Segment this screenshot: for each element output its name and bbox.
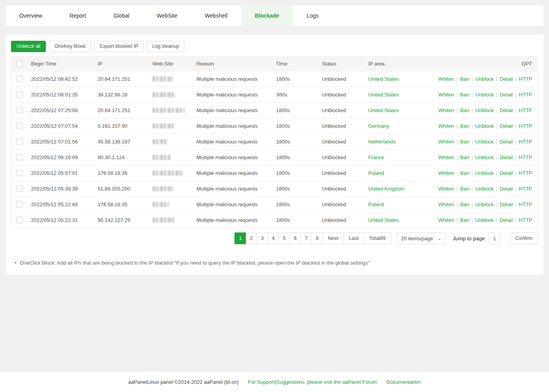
cell-ip: 176.58.18.35 — [92, 196, 147, 212]
tab-blockade[interactable]: Blockade — [241, 5, 293, 26]
footer-docs-link[interactable]: Documentation — [387, 379, 421, 385]
ban-link[interactable]: Ban — [460, 217, 469, 223]
unblock-link[interactable]: Unblock — [475, 201, 494, 207]
row-checkbox[interactable] — [16, 185, 23, 192]
row-checkbox[interactable] — [16, 170, 23, 176]
http-link[interactable]: HTTP — [519, 201, 532, 207]
detail-link[interactable]: Detail — [500, 123, 513, 129]
http-link[interactable]: HTTP — [519, 76, 532, 82]
http-link[interactable]: HTTP — [519, 139, 532, 145]
ban-link[interactable]: Ban — [460, 123, 469, 129]
export-blocked-ip-button[interactable]: Export blocked IP — [94, 41, 144, 52]
detail-link[interactable]: Detail — [500, 76, 513, 82]
http-link[interactable]: HTTP — [519, 154, 532, 160]
log-cleanup-button[interactable]: Log cleanup — [147, 41, 184, 52]
ban-link[interactable]: Ban — [460, 186, 469, 192]
last-page-button[interactable]: Last — [344, 232, 364, 244]
whiten-link[interactable]: Whiten — [438, 154, 454, 160]
unblock-link[interactable]: Unblock — [475, 217, 494, 223]
tab-global[interactable]: Global — [100, 5, 143, 26]
whiten-link[interactable]: Whiten — [438, 201, 454, 207]
tab-webshell[interactable]: Webshell — [191, 5, 241, 26]
whiten-link[interactable]: Whiten — [438, 217, 454, 223]
next-page-button[interactable]: Next — [322, 232, 344, 244]
tab-website[interactable]: WebSite — [143, 5, 191, 26]
ban-link[interactable]: Ban — [460, 76, 469, 82]
page-button-4[interactable]: 4 — [267, 232, 279, 244]
row-checkbox[interactable] — [16, 217, 23, 223]
detail-link[interactable]: Detail — [500, 217, 513, 223]
action-separator: | — [496, 201, 497, 207]
cell-begin-time: 2022/05/12 08:42:52 — [25, 71, 92, 87]
row-checkbox[interactable] — [16, 138, 23, 145]
row-checkbox[interactable] — [16, 201, 23, 207]
page-button-8[interactable]: 8 — [311, 232, 323, 244]
detail-link[interactable]: Detail — [500, 107, 513, 113]
detail-link[interactable]: Detail — [500, 170, 513, 176]
detail-link[interactable]: Detail — [500, 92, 513, 98]
unblock-link[interactable]: Unblock — [475, 170, 494, 176]
page-button-6[interactable]: 6 — [289, 232, 301, 244]
page-button-5[interactable]: 5 — [278, 232, 290, 244]
cell-web-site — [147, 196, 191, 212]
unblock-link[interactable]: Unblock — [475, 139, 494, 145]
ban-link[interactable]: Ban — [460, 139, 469, 145]
http-link[interactable]: HTTP — [519, 170, 532, 176]
tab-report[interactable]: Report — [56, 5, 100, 26]
whiten-link[interactable]: Whiten — [438, 107, 454, 113]
detail-link[interactable]: Detail — [500, 154, 513, 160]
http-link[interactable]: HTTP — [519, 92, 532, 98]
unblock-link[interactable]: Unblock — [475, 154, 494, 160]
http-link[interactable]: HTTP — [519, 123, 532, 129]
tab-overview[interactable]: Overview — [5, 5, 56, 26]
select-all-checkbox[interactable] — [16, 61, 23, 67]
whiten-link[interactable]: Whiten — [438, 139, 454, 145]
confirm-button[interactable]: Confirm — [510, 232, 538, 244]
unblock-link[interactable]: Unblock — [475, 92, 494, 98]
redacted-website — [153, 139, 167, 144]
footer-support-link[interactable]: For Support|Suggestions, please visit th… — [248, 379, 377, 385]
ban-link[interactable]: Ban — [460, 107, 469, 113]
http-link[interactable]: HTTP — [519, 107, 532, 113]
detail-link[interactable]: Detail — [500, 201, 513, 207]
page-button-2[interactable]: 2 — [245, 232, 257, 244]
detail-link[interactable]: Detail — [500, 186, 513, 192]
whiten-link[interactable]: Whiten — [438, 92, 454, 98]
chevron-down-icon: ⌄ — [433, 236, 441, 241]
row-checkbox[interactable] — [16, 123, 23, 129]
unblock-link[interactable]: Unblock — [475, 107, 494, 113]
jump-to-page-input[interactable] — [489, 232, 500, 244]
unblock-link[interactable]: Unblock — [475, 123, 494, 129]
whiten-link[interactable]: Whiten — [438, 170, 454, 176]
cell-ip: 20.64.171.251 — [92, 102, 147, 118]
page-button-3[interactable]: 3 — [256, 232, 268, 244]
unblock-link[interactable]: Unblock — [475, 76, 494, 82]
whiten-link[interactable]: Whiten — [438, 76, 454, 82]
ban-link[interactable]: Ban — [460, 92, 469, 98]
unblock-link[interactable]: Unblock — [475, 186, 494, 192]
row-checkbox[interactable] — [16, 107, 23, 113]
cell-reason: Multiple malicious requests — [191, 87, 271, 102]
ban-link[interactable]: Ban — [460, 170, 469, 176]
ban-link[interactable]: Ban — [460, 154, 469, 160]
cell-opt: Whiten|Ban|Unblock|Detail|HTTP — [431, 149, 538, 165]
action-separator: | — [456, 186, 458, 192]
items-per-page-select[interactable]: 20 items/page ⌄ — [397, 232, 446, 244]
row-checkbox[interactable] — [16, 91, 23, 98]
detail-link[interactable]: Detail — [500, 139, 513, 145]
cell-status: Unblocked — [316, 118, 363, 134]
page-button-7[interactable]: 7 — [300, 232, 312, 244]
http-link[interactable]: HTTP — [519, 186, 532, 192]
ban-link[interactable]: Ban — [460, 201, 469, 207]
row-checkbox[interactable] — [16, 154, 23, 160]
http-link[interactable]: HTTP — [519, 217, 532, 223]
row-checkbox[interactable] — [16, 76, 23, 82]
page-button-1[interactable]: 1 — [235, 232, 246, 244]
onekey-block-button[interactable]: OneKey Block — [49, 41, 91, 52]
unblock-all-button[interactable]: Unblock all — [11, 41, 46, 52]
action-separator: | — [456, 107, 458, 113]
action-separator: | — [515, 107, 516, 113]
tab-logs[interactable]: Logs — [293, 5, 332, 26]
whiten-link[interactable]: Whiten — [438, 186, 454, 192]
whiten-link[interactable]: Whiten — [438, 123, 454, 129]
